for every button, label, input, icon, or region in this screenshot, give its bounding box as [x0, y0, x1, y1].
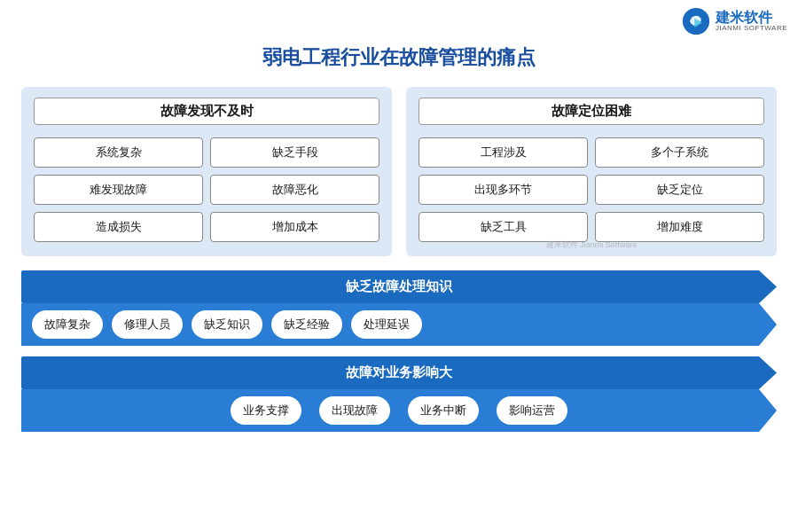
list-item: 业务支撑: [231, 396, 301, 425]
list-item: 工程涉及: [419, 137, 588, 168]
banner-section-1: 缺乏故障处理知识 故障复杂 修理人员 缺乏知识 缺乏经验 处理延误: [21, 270, 777, 346]
banner2-header: 故障对业务影响大: [21, 356, 777, 389]
list-item: 故障恶化: [210, 175, 379, 205]
list-item: 缺乏定位: [595, 175, 764, 205]
logo-en: JIANMI SOFTWARE: [716, 25, 787, 33]
list-item: 出现故障: [319, 396, 390, 425]
list-item: 缺乏知识: [192, 310, 262, 339]
watermark: 建米软件 Jianmi Software: [546, 239, 638, 251]
list-item: 造成损失: [34, 212, 203, 242]
list-item: 多个子系统: [595, 137, 764, 168]
list-item: 缺乏手段: [210, 137, 379, 168]
banner1-items: 故障复杂 修理人员 缺乏知识 缺乏经验 处理延误: [21, 303, 777, 346]
panel-left: 故障发现不及时 系统复杂 缺乏手段 难发现故障 故障恶化 造成损失 增加成本: [21, 87, 392, 256]
list-item: 增加难度: [595, 212, 764, 242]
list-item: 难发现故障: [34, 175, 203, 205]
list-item: 处理延误: [351, 310, 422, 339]
panel-left-title: 故障发现不及时: [34, 98, 379, 125]
list-item: 系统复杂: [34, 137, 203, 168]
top-panels: 故障发现不及时 系统复杂 缺乏手段 难发现故障 故障恶化 造成损失 增加成本 故…: [0, 87, 798, 256]
logo-cn: 建米软件: [716, 10, 787, 26]
list-item: 影响运营: [497, 396, 567, 425]
list-item: 业务中断: [408, 396, 479, 425]
panel-right-title: 故障定位困难: [419, 98, 764, 125]
banner2-items: 业务支撑 出现故障 业务中断 影响运营: [21, 389, 777, 432]
list-item: 出现多环节: [419, 175, 588, 205]
list-item: 修理人员: [112, 310, 183, 339]
banner-section-2: 故障对业务影响大 业务支撑 出现故障 业务中断 影响运营: [21, 356, 777, 432]
logo-area: 建米软件 JIANMI SOFTWARE: [682, 7, 787, 35]
list-item: 增加成本: [210, 212, 379, 242]
banner1-header: 缺乏故障处理知识: [21, 270, 777, 303]
logo-text-block: 建米软件 JIANMI SOFTWARE: [716, 10, 787, 33]
panel-left-grid: 系统复杂 缺乏手段 难发现故障 故障恶化 造成损失 增加成本: [34, 137, 379, 242]
list-item: 缺乏经验: [271, 310, 342, 339]
panel-right: 故障定位困难 工程涉及 多个子系统 出现多环节 缺乏定位 缺乏工具 增加难度 建…: [406, 87, 777, 256]
list-item: 缺乏工具: [419, 212, 588, 242]
list-item: 故障复杂: [32, 310, 103, 339]
panel-right-grid: 工程涉及 多个子系统 出现多环节 缺乏定位 缺乏工具 增加难度: [419, 137, 764, 242]
logo-icon: [682, 7, 710, 35]
main-title: 弱电工程行业在故障管理的痛点: [0, 0, 798, 71]
